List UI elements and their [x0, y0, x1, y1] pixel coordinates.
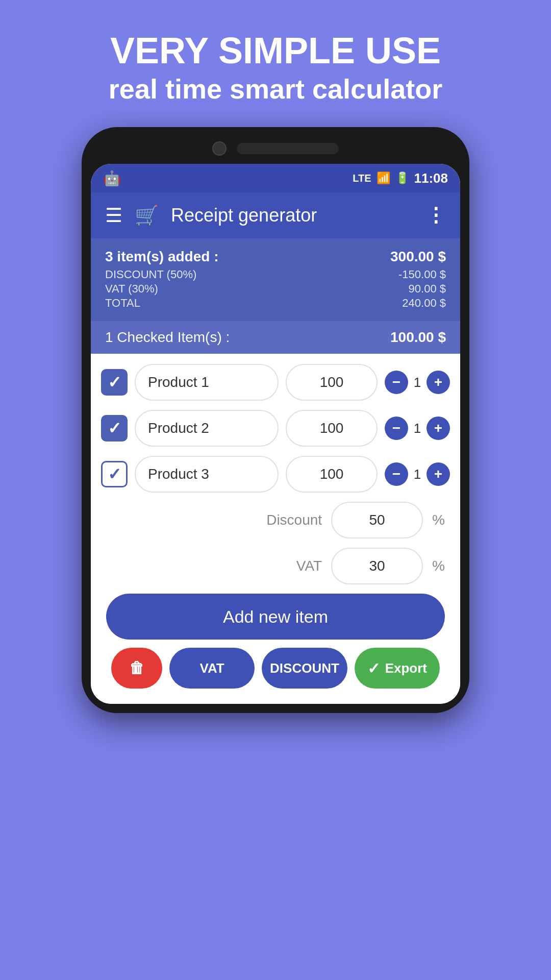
vat-field-label: VAT — [240, 558, 322, 574]
lte-icon: LTE — [353, 173, 371, 184]
check-icon: ✓ — [108, 464, 121, 484]
checked-items-value: 100.00 $ — [390, 329, 446, 346]
product-2-qty-value: 1 — [412, 421, 422, 436]
discount-input[interactable]: 50 — [331, 502, 423, 538]
product-2-qty-increase[interactable]: + — [427, 416, 450, 440]
status-left: 🤖 — [103, 170, 121, 187]
phone-camera — [212, 141, 227, 156]
product-2-price-field[interactable]: 100 — [286, 410, 378, 447]
phone-frame: 🤖 LTE 📶 🔋 11:08 ☰ 🛒 Receipt generator ⋮ — [82, 127, 469, 713]
table-row: ✓ Product 1 100 − 1 + — [101, 364, 450, 401]
product-3-checkbox[interactable]: ✓ — [101, 461, 128, 487]
product-2-name-field[interactable]: Product 2 — [135, 410, 279, 447]
phone-wrapper: 🤖 LTE 📶 🔋 11:08 ☰ 🛒 Receipt generator ⋮ — [77, 127, 474, 980]
discount-row: DISCOUNT (50%) -150.00 $ — [105, 268, 446, 281]
cart-icon: 🛒 — [135, 204, 159, 227]
checkmark-icon: ✓ — [367, 659, 380, 677]
phone-top-bar — [91, 136, 460, 164]
product-3-name-field[interactable]: Product 3 — [135, 456, 279, 493]
discount-percent-symbol: % — [432, 512, 445, 528]
vat-label: VAT (30%) — [105, 282, 158, 296]
status-bar: 🤖 LTE 📶 🔋 11:08 — [91, 164, 460, 192]
discount-label: DISCOUNT (50%) — [105, 268, 196, 281]
app-title: Receipt generator — [171, 205, 414, 226]
app-toolbar: ☰ 🛒 Receipt generator ⋮ — [91, 192, 460, 238]
product-1-quantity-control: − 1 + — [385, 371, 450, 394]
items-total-value: 300.00 $ — [390, 249, 446, 265]
hamburger-icon[interactable]: ☰ — [105, 206, 122, 225]
discount-value: -150.00 $ — [398, 268, 446, 281]
add-new-item-button[interactable]: Add new item — [106, 594, 445, 640]
content-area: ✓ Product 1 100 − 1 + — [91, 354, 460, 704]
check-icon: ✓ — [108, 419, 121, 438]
vat-percent-symbol: % — [432, 558, 445, 574]
product-2-checkbox[interactable]: ✓ — [101, 415, 128, 442]
product-1-checkbox[interactable]: ✓ — [101, 369, 128, 396]
trash-icon: 🗑 — [129, 659, 144, 677]
product-2-qty-decrease[interactable]: − — [385, 416, 408, 440]
vat-value: 90.00 $ — [409, 282, 446, 296]
status-time: 11:08 — [414, 170, 448, 186]
product-3-quantity-control: − 1 + — [385, 462, 450, 486]
export-button-label: Export — [385, 660, 427, 676]
product-2-quantity-control: − 1 + — [385, 416, 450, 440]
product-1-qty-decrease[interactable]: − — [385, 371, 408, 394]
product-3-qty-increase[interactable]: + — [427, 462, 450, 486]
bottom-action-bar: 🗑 VAT DISCOUNT ✓ Export — [101, 648, 450, 699]
status-right: LTE 📶 🔋 11:08 — [353, 170, 448, 186]
discount-input-row: Discount 50 % — [101, 502, 450, 538]
product-1-price-field[interactable]: 100 — [286, 364, 378, 401]
discount-field-label: Discount — [240, 512, 322, 528]
table-row: ✓ Product 3 100 − 1 + — [101, 456, 450, 493]
promo-subtitle: real time smart calculator — [20, 71, 531, 107]
vat-input[interactable]: 30 — [331, 548, 423, 584]
more-options-icon[interactable]: ⋮ — [426, 204, 446, 227]
battery-icon: 🔋 — [395, 172, 409, 185]
total-value: 240.00 $ — [402, 297, 446, 310]
promo-section: VERY SIMPLE USE real time smart calculat… — [0, 0, 551, 127]
vat-button-label: VAT — [200, 660, 224, 676]
items-count-label: 3 item(s) added : — [105, 249, 218, 265]
total-label: TOTAL — [105, 297, 140, 310]
vat-row: VAT (30%) 90.00 $ — [105, 282, 446, 296]
vat-input-row: VAT 30 % — [101, 548, 450, 584]
promo-title: VERY SIMPLE USE — [20, 31, 531, 71]
product-3-qty-value: 1 — [412, 467, 422, 482]
export-button[interactable]: ✓ Export — [355, 648, 440, 689]
check-icon: ✓ — [108, 373, 121, 392]
checked-items-bar: 1 Checked Item(s) : 100.00 $ — [91, 321, 460, 354]
table-row: ✓ Product 2 100 − 1 + — [101, 410, 450, 447]
phone-screen: 🤖 LTE 📶 🔋 11:08 ☰ 🛒 Receipt generator ⋮ — [91, 164, 460, 704]
discount-button-label: DISCOUNT — [270, 660, 339, 676]
checked-items-label: 1 Checked Item(s) : — [105, 329, 230, 346]
product-1-qty-value: 1 — [412, 375, 422, 390]
summary-panel: 3 item(s) added : 300.00 $ DISCOUNT (50%… — [91, 238, 460, 321]
phone-speaker — [237, 143, 339, 154]
items-summary-row: 3 item(s) added : 300.00 $ — [105, 249, 446, 265]
vat-button[interactable]: VAT — [169, 648, 255, 689]
android-icon: 🤖 — [103, 170, 121, 187]
discount-button[interactable]: DISCOUNT — [262, 648, 347, 689]
product-3-price-field[interactable]: 100 — [286, 456, 378, 493]
product-3-qty-decrease[interactable]: − — [385, 462, 408, 486]
delete-button[interactable]: 🗑 — [111, 648, 162, 689]
product-1-qty-increase[interactable]: + — [427, 371, 450, 394]
product-1-name-field[interactable]: Product 1 — [135, 364, 279, 401]
signal-bars-icon: 📶 — [377, 172, 390, 185]
total-row: TOTAL 240.00 $ — [105, 297, 446, 310]
